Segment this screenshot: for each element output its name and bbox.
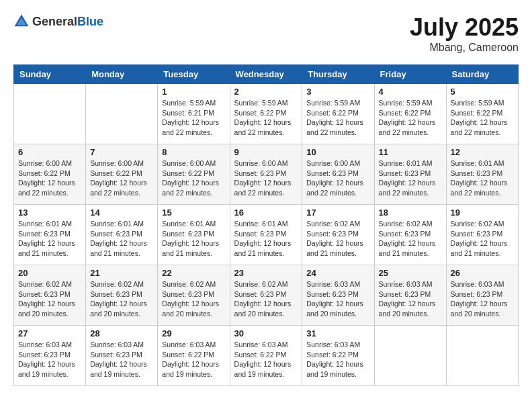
calendar-cell: 23Sunrise: 6:02 AM Sunset: 6:23 PM Dayli…	[230, 265, 302, 326]
calendar-cell: 30Sunrise: 6:03 AM Sunset: 6:22 PM Dayli…	[230, 326, 302, 386]
calendar-week-row: 6Sunrise: 6:00 AM Sunset: 6:22 PM Daylig…	[14, 144, 519, 205]
calendar-table: SundayMondayTuesdayWednesdayThursdayFrid…	[13, 64, 519, 386]
day-number: 27	[18, 328, 81, 338]
calendar-cell: 10Sunrise: 6:00 AM Sunset: 6:23 PM Dayli…	[302, 144, 374, 205]
day-info: Sunrise: 6:03 AM Sunset: 6:22 PM Dayligh…	[234, 340, 298, 379]
day-info: Sunrise: 5:59 AM Sunset: 6:22 PM Dayligh…	[379, 98, 442, 138]
day-info: Sunrise: 6:00 AM Sunset: 6:22 PM Dayligh…	[90, 158, 153, 198]
weekday-header: Monday	[86, 65, 158, 84]
day-info: Sunrise: 6:00 AM Sunset: 6:23 PM Dayligh…	[306, 158, 369, 198]
month-title: July 2025	[410, 13, 519, 42]
day-number: 29	[162, 328, 225, 338]
calendar-cell: 22Sunrise: 6:02 AM Sunset: 6:23 PM Dayli…	[158, 265, 230, 326]
day-info: Sunrise: 6:01 AM Sunset: 6:23 PM Dayligh…	[379, 158, 442, 198]
calendar-cell: 14Sunrise: 6:01 AM Sunset: 6:23 PM Dayli…	[86, 205, 158, 265]
day-info: Sunrise: 6:01 AM Sunset: 6:23 PM Dayligh…	[162, 219, 225, 259]
day-number: 23	[234, 268, 298, 278]
day-number: 30	[234, 328, 298, 338]
calendar-cell: 19Sunrise: 6:02 AM Sunset: 6:23 PM Dayli…	[446, 205, 518, 265]
day-info: Sunrise: 6:03 AM Sunset: 6:23 PM Dayligh…	[18, 340, 81, 379]
day-info: Sunrise: 6:03 AM Sunset: 6:23 PM Dayligh…	[90, 340, 153, 379]
day-info: Sunrise: 6:02 AM Sunset: 6:23 PM Dayligh…	[90, 279, 153, 319]
calendar-week-row: 1Sunrise: 5:59 AM Sunset: 6:21 PM Daylig…	[14, 84, 519, 144]
weekday-header: Thursday	[302, 65, 374, 84]
day-info: Sunrise: 6:01 AM Sunset: 6:23 PM Dayligh…	[451, 158, 514, 198]
day-info: Sunrise: 5:59 AM Sunset: 6:22 PM Dayligh…	[234, 98, 298, 138]
calendar-cell: 24Sunrise: 6:03 AM Sunset: 6:23 PM Dayli…	[302, 265, 374, 326]
weekday-header-row: SundayMondayTuesdayWednesdayThursdayFrid…	[14, 65, 519, 84]
calendar-cell: 2Sunrise: 5:59 AM Sunset: 6:22 PM Daylig…	[230, 84, 302, 144]
day-number: 14	[90, 208, 153, 218]
weekday-header: Friday	[374, 65, 446, 84]
calendar-cell: 13Sunrise: 6:01 AM Sunset: 6:23 PM Dayli…	[14, 205, 86, 265]
day-number: 13	[18, 208, 81, 218]
weekday-header: Saturday	[446, 65, 518, 84]
calendar-cell: 1Sunrise: 5:59 AM Sunset: 6:21 PM Daylig…	[158, 84, 230, 144]
calendar-cell: 27Sunrise: 6:03 AM Sunset: 6:23 PM Dayli…	[14, 326, 86, 386]
day-number: 24	[306, 268, 369, 278]
calendar-cell: 4Sunrise: 5:59 AM Sunset: 6:22 PM Daylig…	[374, 84, 446, 144]
calendar-cell: 20Sunrise: 6:02 AM Sunset: 6:23 PM Dayli…	[14, 265, 86, 326]
logo-blue: Blue	[77, 15, 103, 28]
calendar-cell: 31Sunrise: 6:03 AM Sunset: 6:22 PM Dayli…	[302, 326, 374, 386]
day-info: Sunrise: 6:00 AM Sunset: 6:23 PM Dayligh…	[234, 158, 298, 198]
day-info: Sunrise: 6:02 AM Sunset: 6:23 PM Dayligh…	[18, 279, 81, 319]
calendar-cell: 15Sunrise: 6:01 AM Sunset: 6:23 PM Dayli…	[158, 205, 230, 265]
calendar-cell	[446, 326, 518, 386]
calendar-cell: 7Sunrise: 6:00 AM Sunset: 6:22 PM Daylig…	[86, 144, 158, 205]
day-number: 18	[379, 208, 442, 218]
day-number: 12	[451, 147, 514, 157]
title-block: July 2025 Mbang, Cameroon	[410, 13, 519, 54]
day-info: Sunrise: 6:02 AM Sunset: 6:23 PM Dayligh…	[379, 219, 442, 259]
day-info: Sunrise: 6:00 AM Sunset: 6:22 PM Dayligh…	[162, 158, 225, 198]
day-number: 19	[451, 208, 514, 218]
weekday-header: Wednesday	[230, 65, 302, 84]
day-info: Sunrise: 6:02 AM Sunset: 6:23 PM Dayligh…	[162, 279, 225, 319]
day-number: 15	[162, 208, 225, 218]
day-info: Sunrise: 5:59 AM Sunset: 6:22 PM Dayligh…	[306, 98, 369, 138]
day-info: Sunrise: 6:02 AM Sunset: 6:23 PM Dayligh…	[306, 219, 369, 259]
logo-icon	[13, 13, 30, 30]
day-number: 17	[306, 208, 369, 218]
day-number: 21	[90, 268, 153, 278]
day-info: Sunrise: 6:03 AM Sunset: 6:23 PM Dayligh…	[379, 279, 442, 319]
day-number: 11	[379, 147, 442, 157]
day-number: 10	[306, 147, 369, 157]
day-number: 22	[162, 268, 225, 278]
calendar-cell: 25Sunrise: 6:03 AM Sunset: 6:23 PM Dayli…	[374, 265, 446, 326]
day-number: 28	[90, 328, 153, 338]
day-number: 16	[234, 208, 298, 218]
calendar-cell: 26Sunrise: 6:03 AM Sunset: 6:23 PM Dayli…	[446, 265, 518, 326]
day-number: 26	[451, 268, 514, 278]
calendar-cell: 18Sunrise: 6:02 AM Sunset: 6:23 PM Dayli…	[374, 205, 446, 265]
calendar-cell: 16Sunrise: 6:01 AM Sunset: 6:23 PM Dayli…	[230, 205, 302, 265]
calendar-week-row: 13Sunrise: 6:01 AM Sunset: 6:23 PM Dayli…	[14, 205, 519, 265]
calendar-cell	[14, 84, 86, 144]
day-info: Sunrise: 6:01 AM Sunset: 6:23 PM Dayligh…	[18, 219, 81, 259]
day-info: Sunrise: 6:03 AM Sunset: 6:22 PM Dayligh…	[306, 340, 369, 379]
day-info: Sunrise: 5:59 AM Sunset: 6:21 PM Dayligh…	[162, 98, 225, 138]
page-header: GeneralBlue July 2025 Mbang, Cameroon	[13, 13, 519, 54]
calendar-cell	[86, 84, 158, 144]
day-info: Sunrise: 6:02 AM Sunset: 6:23 PM Dayligh…	[234, 279, 298, 319]
day-number: 6	[18, 147, 81, 157]
calendar-cell: 29Sunrise: 6:03 AM Sunset: 6:22 PM Dayli…	[158, 326, 230, 386]
day-number: 5	[451, 87, 514, 97]
logo-general: General	[32, 15, 77, 28]
day-info: Sunrise: 6:02 AM Sunset: 6:23 PM Dayligh…	[451, 219, 514, 259]
day-info: Sunrise: 6:03 AM Sunset: 6:23 PM Dayligh…	[451, 279, 514, 319]
calendar-cell: 11Sunrise: 6:01 AM Sunset: 6:23 PM Dayli…	[374, 144, 446, 205]
day-number: 25	[379, 268, 442, 278]
day-info: Sunrise: 6:00 AM Sunset: 6:22 PM Dayligh…	[18, 158, 81, 198]
calendar-week-row: 27Sunrise: 6:03 AM Sunset: 6:23 PM Dayli…	[14, 326, 519, 386]
day-number: 4	[379, 87, 442, 97]
calendar-cell: 17Sunrise: 6:02 AM Sunset: 6:23 PM Dayli…	[302, 205, 374, 265]
calendar-cell: 21Sunrise: 6:02 AM Sunset: 6:23 PM Dayli…	[86, 265, 158, 326]
day-info: Sunrise: 6:01 AM Sunset: 6:23 PM Dayligh…	[90, 219, 153, 259]
weekday-header: Sunday	[14, 65, 86, 84]
day-number: 20	[18, 268, 81, 278]
day-number: 3	[306, 87, 369, 97]
calendar-week-row: 20Sunrise: 6:02 AM Sunset: 6:23 PM Dayli…	[14, 265, 519, 326]
location: Mbang, Cameroon	[410, 42, 519, 54]
weekday-header: Tuesday	[158, 65, 230, 84]
